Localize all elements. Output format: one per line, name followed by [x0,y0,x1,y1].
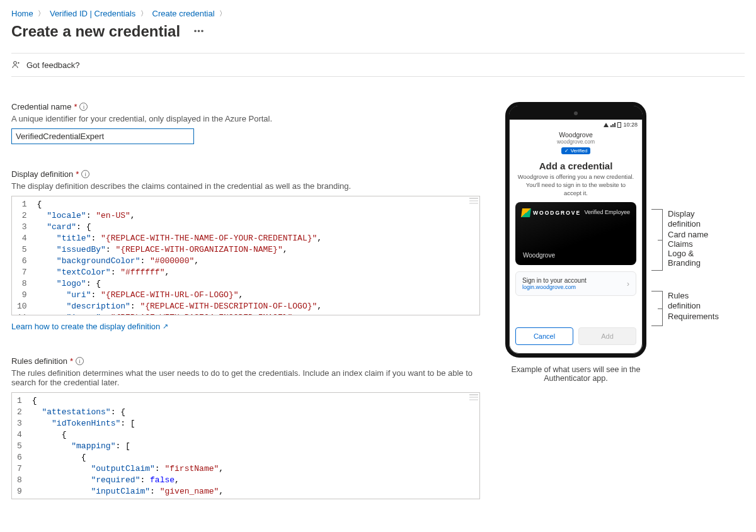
required-mark: * [70,356,73,366]
phone-status-bar: 10:28 [509,120,643,130]
card-issuer: Woodgrove [523,252,555,259]
page-title: Create a new credential [11,23,180,40]
verified-badge: Verified [561,147,591,154]
svg-point-0 [14,62,17,65]
signin-line2: login.woodgrove.com [522,284,587,290]
rules-definition-editor[interactable]: 123456789 { "attestations": { "idTokenHi… [11,392,480,499]
credential-name-input[interactable] [11,128,194,144]
editor-gutter: 123456789 [12,393,28,499]
wifi-icon [604,123,609,127]
editor-body[interactable]: { "locale": "en-US", "card": { "title": … [33,196,479,315]
chevron-right-icon: › [627,280,629,288]
breadcrumb-home[interactable]: Home [11,9,33,18]
preview-signin-row: Sign in to your account login.woodgrove.… [515,271,636,296]
preview-brand: Woodgrove [509,131,643,139]
annot-display-title: Displaydefinition [668,209,719,230]
feedback-bar[interactable]: Got feedback? [11,53,745,77]
editor-minimap[interactable] [469,394,478,407]
display-definition-label: Display definition [11,169,73,179]
annot-rules-title: Rulesdefinition [668,291,719,312]
preview-caption: Example of what users will see in the Au… [505,365,646,383]
battery-icon [617,122,621,128]
info-icon[interactable]: i [81,170,89,178]
display-definition-hint: The display definition describes the cla… [11,181,480,191]
info-icon[interactable]: i [79,103,88,111]
more-actions-button[interactable]: ••• [194,26,205,36]
rules-definition-hint: The rules definition determines what the… [11,368,480,387]
editor-body[interactable]: { "attestations": { "idTokenHints": [ { … [28,393,479,499]
editor-minimap[interactable] [469,198,478,210]
signin-line1: Sign in to your account [522,277,587,284]
chevron-right-icon: 〉 [38,9,45,18]
phone-frame: 10:28 Woodgrove woodgrove.com Verified A… [505,102,646,358]
learn-display-definition-link[interactable]: Learn how to create the display definiti… [11,322,168,331]
annot-sub: Claims [668,239,719,249]
card-brand: WOODGROVE [533,210,581,216]
preview-panel: 10:28 Woodgrove woodgrove.com Verified A… [505,102,745,383]
credential-name-hint: A unique identifier for your credential,… [11,114,480,123]
phone-notch [509,106,643,120]
chevron-right-icon: 〉 [140,9,147,18]
feedback-label: Got feedback? [26,60,80,70]
bracket-icon [651,291,663,326]
breadcrumb-verified-id[interactable]: Verified ID | Credentials [50,9,135,18]
breadcrumb: Home 〉 Verified ID | Credentials 〉 Creat… [11,8,745,23]
card-logo-icon [521,208,531,217]
status-time: 10:28 [623,122,638,128]
display-definition-group: Display definition * i The display defin… [11,169,480,331]
chevron-right-icon: 〉 [219,9,226,18]
bracket-icon [651,209,663,271]
annot-sub: Logo &Branding [668,249,719,268]
signal-icon [610,123,616,127]
display-definition-editor[interactable]: 1234567891011 { "locale": "en-US", "card… [11,196,480,315]
editor-gutter: 1234567891011 [12,196,33,315]
annot-sub: Card name [668,230,719,239]
preview-cancel-button: Cancel [515,327,573,345]
external-link-icon: ↗ [163,322,168,331]
required-mark: * [74,102,77,111]
preview-credential-card: WOODGROVE Verified Employee Woodgrove [515,202,636,265]
breadcrumb-create-credential[interactable]: Create credential [152,9,215,18]
feedback-person-icon [11,60,21,70]
credential-name-label: Credential name [11,102,71,111]
required-mark: * [76,169,79,179]
annot-sub: Requirements [668,312,719,321]
preview-domain: woodgrove.com [509,139,643,145]
preview-subtitle: Woodgrove is offering you a new credenti… [509,173,643,197]
credential-name-group: Credential name * i A unique identifier … [11,102,480,144]
preview-add-button: Add [578,327,636,345]
rules-definition-label: Rules definition [11,356,67,366]
card-type: Verified Employee [584,209,630,215]
rules-definition-group: Rules definition * i The rules definitio… [11,356,480,499]
info-icon[interactable]: i [76,357,84,365]
preview-annotations: Displaydefinition Card name Claims Logo … [651,102,719,332]
preview-title: Add a credential [509,161,643,171]
